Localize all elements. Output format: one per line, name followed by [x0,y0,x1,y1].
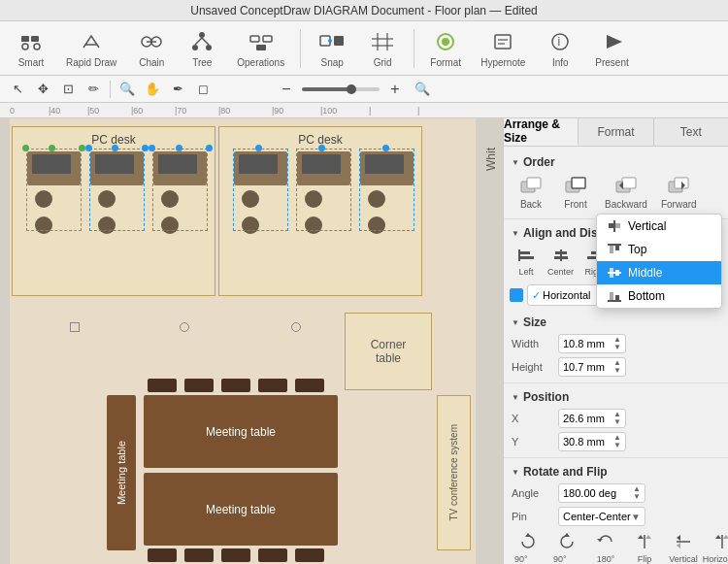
operations-tool[interactable]: Operations [229,24,292,72]
dropdown-top[interactable]: Top [597,238,721,261]
format-label: Format [430,57,461,68]
snap-label: Snap [320,57,343,68]
rotate-90cw-btn[interactable]: 90° CW [510,530,546,564]
rotate-180-icon [597,533,614,553]
svg-marker-76 [677,535,680,541]
snap-tool[interactable]: Snap [309,24,355,72]
tab-arrange-size[interactable]: Arrange & Size [504,118,579,146]
svg-point-18 [328,39,332,43]
shape-tool[interactable]: ◻ [191,79,215,100]
rotate-90ccw-icon [558,533,576,553]
height-down[interactable]: ▼ [613,367,621,375]
tree-tool[interactable]: Tree [179,24,225,72]
tab-text[interactable]: Text [654,118,728,146]
position-section-header[interactable]: ▼ Position [504,387,728,407]
grid-tool[interactable]: Grid [359,24,406,72]
sel-dot-1b [49,145,55,151]
mchair-t2 [184,379,214,392]
y-down[interactable]: ▼ [613,442,621,449]
height-input[interactable]: 10.7 mm ▲ ▼ [558,357,626,377]
position-triangle: ▼ [512,393,519,402]
align-left-btn[interactable]: Left [510,245,543,280]
present-icon [597,28,628,55]
present-tool[interactable]: Present [587,24,636,72]
sel-border-4 [233,149,288,231]
y-label: Y [512,436,554,448]
canvas[interactable]: PC desk [0,118,503,564]
align-center-btn[interactable]: Center [544,245,578,280]
flip-vertical-btn[interactable]: Vertical [665,530,702,564]
pin-input[interactable]: Center-Center ▼ [558,507,645,526]
x-stepper[interactable]: ▲ ▼ [613,411,621,426]
svg-marker-79 [715,535,721,539]
size-section-header[interactable]: ▼ Size [504,313,728,332]
main-area: PC desk [0,118,728,564]
pencil-tool[interactable]: ✒ [166,79,189,100]
sdot-6 [382,145,389,151]
zoom-out-btn[interactable]: − [275,79,298,100]
y-row: Y 30.8 mm ▲ ▼ [504,430,728,453]
ruler-mark: |80 [218,106,230,116]
align-triangle: ▼ [512,229,519,238]
smart-tool[interactable]: Smart [8,24,54,72]
hand-tool[interactable]: ✥ [31,79,54,100]
lasso-tool[interactable]: ⊡ [56,79,80,100]
rotate-section-title: Rotate and Flip [523,465,608,479]
panel-tabs: Arrange & Size Format Text [504,118,728,147]
pin-row: Pin Center-Center ▼ [504,505,728,528]
zoom-in-btn[interactable]: + [383,79,407,100]
width-input[interactable]: 10.8 mm ▲ ▼ [558,334,626,353]
align-left-icon [517,248,535,266]
y-input[interactable]: 30.8 mm ▲ ▼ [558,432,626,451]
zoom-search-btn[interactable]: 🔍 [411,79,434,100]
tv-conference-label: TV conference system [448,424,459,520]
hypernote-tool[interactable]: Hypernote [473,24,533,72]
flip-btn[interactable]: Flip [626,530,663,564]
title-bar: Unsaved ConceptDraw DIAGRAM Document - F… [0,0,728,21]
svg-point-24 [442,38,449,46]
sel-border-5 [296,149,351,231]
rotate-section-header[interactable]: ▼ Rotate and Flip [504,462,728,481]
tree-label: Tree [192,57,212,68]
dropdown-middle[interactable]: Middle [597,261,721,284]
width-stepper[interactable]: ▲ ▼ [613,336,621,351]
backward-btn[interactable]: Backward [599,174,653,213]
x-input[interactable]: 26.6 mm ▲ ▼ [558,409,626,428]
height-stepper[interactable]: ▲ ▼ [613,359,621,375]
rapid-draw-tool[interactable]: Rapid Draw [58,24,124,72]
rotate-180-btn[interactable]: 180° [587,530,624,564]
rotate-triangle: ▼ [512,468,519,477]
forward-btn[interactable]: Forward [655,174,703,213]
back-icon [520,177,542,198]
svg-rect-44 [554,256,568,259]
zoom-slider[interactable] [302,87,380,91]
order-section-header[interactable]: ▼ Order [504,152,728,172]
x-down[interactable]: ▼ [613,418,621,426]
info-tool[interactable]: i Info [537,24,583,72]
order-section-title: Order [523,155,555,169]
operations-icon [246,28,277,55]
svg-marker-73 [638,535,644,539]
tab-format[interactable]: Format [579,118,653,146]
y-stepper[interactable]: ▲ ▼ [613,434,621,449]
flip-horizontal-btn[interactable]: Horizontal [704,530,728,564]
cursor-tool[interactable]: ↖ [6,79,29,100]
front-btn[interactable]: Front [554,174,597,213]
search-tool[interactable]: 🔍 [116,79,139,100]
zoom-handle[interactable] [347,84,356,94]
back-btn[interactable]: Back [510,174,552,213]
dropdown-bottom[interactable]: Bottom [597,284,721,308]
angle-down[interactable]: ▼ [633,493,641,501]
pen-tool[interactable]: ✏ [82,79,105,100]
width-down[interactable]: ▼ [613,344,621,351]
angle-stepper[interactable]: ▲ ▼ [633,485,641,501]
chain-tool[interactable]: Chain [128,24,175,72]
format-tool[interactable]: Format [422,24,469,72]
pan-tool[interactable]: ✋ [141,79,164,100]
angle-input[interactable]: 180.00 deg ▲ ▼ [558,483,645,503]
rotate-90ccw-btn[interactable]: 90° CCW [548,530,585,564]
svg-line-11 [195,38,202,45]
dropdown-vertical[interactable]: Vertical [597,215,721,238]
svg-point-8 [199,32,205,38]
mchair-t4 [258,379,287,392]
